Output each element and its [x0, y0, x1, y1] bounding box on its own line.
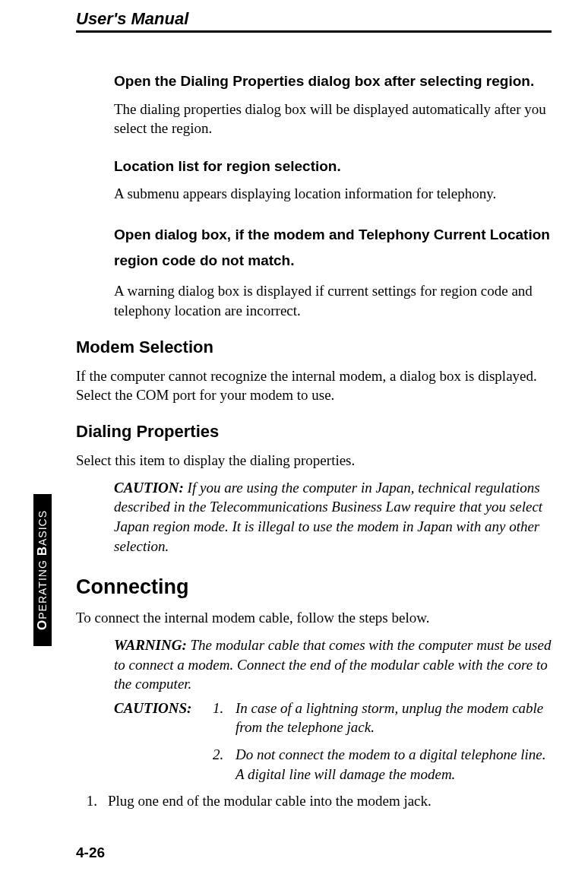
step-row: 1. Plug one end of the modular cable int… — [76, 791, 552, 811]
cautions-row: 2. Do not connect the modem to a digital… — [114, 745, 552, 784]
cautions-label: CAUTIONS: — [114, 699, 205, 737]
list-number: 2. — [213, 745, 228, 784]
caution-block: CAUTION: If you are using the computer i… — [114, 478, 552, 556]
heading-connecting: Connecting — [76, 575, 552, 599]
paragraph: A warning dialog box is displayed if cur… — [114, 281, 552, 320]
warning-label: WARNING: — [114, 637, 187, 653]
paragraph: Select this item to display the dialing … — [76, 451, 552, 471]
cautions-list: CAUTIONS: 1. In case of a lightning stor… — [114, 699, 552, 784]
side-tab-label: OPERATING BASICS — [35, 510, 50, 630]
caution-label: CAUTION: — [114, 480, 184, 496]
step-text: Plug one end of the modular cable into t… — [108, 791, 432, 811]
step-number: 1. — [82, 791, 97, 811]
header-rule — [76, 30, 552, 33]
cautions-row: CAUTIONS: 1. In case of a lightning stor… — [114, 699, 552, 737]
page: User's Manual OPERATING BASICS Open the … — [0, 0, 588, 884]
heading-dialing-properties: Dialing Properties — [76, 422, 552, 442]
page-number: 4-26 — [76, 844, 105, 861]
subheading-open-dialing: Open the Dialing Properties dialog box a… — [114, 71, 552, 92]
list-text: In case of a lightning storm, unplug the… — [236, 699, 552, 737]
content-area: Open the Dialing Properties dialog box a… — [76, 61, 552, 811]
subheading-open-dialog-mismatch: Open dialog box, if the modem and Teleph… — [114, 222, 552, 274]
spacer — [114, 745, 205, 784]
paragraph: The dialing properties dialog box will b… — [114, 100, 552, 138]
subheading-location-list: Location list for region selection. — [114, 157, 552, 177]
paragraph: If the computer cannot recognize the int… — [76, 366, 552, 405]
list-text: Do not connect the modem to a digital te… — [236, 745, 552, 784]
paragraph: To connect the internal modem cable, fol… — [76, 608, 552, 628]
list-number: 1. — [213, 699, 228, 737]
paragraph: A submenu appears displaying location in… — [114, 184, 552, 204]
heading-modem-selection: Modem Selection — [76, 337, 552, 357]
side-tab: OPERATING BASICS — [33, 494, 52, 646]
header-title: User's Manual — [76, 9, 188, 29]
warning-block: WARNING: The modular cable that comes wi… — [114, 635, 552, 694]
